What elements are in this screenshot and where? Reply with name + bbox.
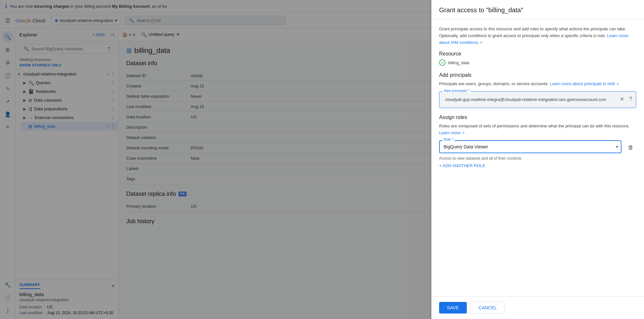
assign-roles-description: Roles are composed of sets of permission… <box>439 123 636 136</box>
principals-section: Add principals Principals are users, gro… <box>439 72 636 108</box>
new-principals-label: New principals * <box>443 89 471 93</box>
iam-conditions-link[interactable]: Learn more about IAM conditions ↗ <box>439 33 628 45</box>
dialog-body: Grant principals access to this resource… <box>431 19 644 296</box>
dialog-title: Grant access to "billing_data" <box>439 6 636 14</box>
dialog-footer: SAVE CANCEL <box>431 296 644 319</box>
role-select[interactable]: BigQuery Data Viewer BigQuery Admin BigQ… <box>439 140 621 153</box>
learn-more-roles-link[interactable]: Learn more ↗ <box>439 130 465 135</box>
external-link-icon2: ↗ <box>616 82 619 86</box>
external-link-icon3: ↗ <box>462 131 465 135</box>
role-label-float: Role * <box>442 137 455 141</box>
clear-principal-icon[interactable]: ✕ <box>619 95 625 104</box>
dialog-description: Grant principals access to this resource… <box>439 26 636 46</box>
resource-dataset-icon: ⊙ <box>439 59 446 66</box>
cancel-button[interactable]: CANCEL <box>471 302 505 314</box>
resource-section: Resource ⊙ billing_data <box>439 51 636 66</box>
principals-heading: Add principals <box>439 72 636 78</box>
principals-input-area: cloudyali-gcp-realtime-integra@cloudyali… <box>439 92 636 108</box>
save-button[interactable]: SAVE <box>439 302 467 314</box>
principals-iam-link[interactable]: Learn more about principals in IAM ↗ <box>550 81 619 86</box>
new-principals-field: New principals * cloudyali-gcp-realtime-… <box>439 91 636 108</box>
resource-heading: Resource <box>439 51 636 57</box>
add-another-role-button[interactable]: + ADD ANOTHER ROLE <box>439 161 636 171</box>
role-select-wrap: Role * BigQuery Data Viewer BigQuery Adm… <box>439 140 621 153</box>
role-row: Role * BigQuery Data Viewer BigQuery Adm… <box>439 140 636 154</box>
external-link-icon: ↗ <box>479 40 482 44</box>
grant-access-dialog: Grant access to "billing_data" Grant pri… <box>431 0 644 319</box>
assign-roles-heading: Assign roles <box>439 115 636 120</box>
delete-role-icon[interactable]: 🗑 <box>625 142 636 154</box>
principal-chip[interactable]: cloudyali-gcp-realtime-integra@cloudyali… <box>442 95 616 105</box>
role-hint: Access to view datasets and all of their… <box>439 156 636 161</box>
principals-description: Principals are users, groups, domains, o… <box>439 81 636 87</box>
resource-row: ⊙ billing_data <box>439 59 636 66</box>
assign-roles-section: Assign roles Roles are composed of sets … <box>439 115 636 171</box>
resource-name: billing_data <box>448 60 469 65</box>
principal-help-icon[interactable]: ? <box>628 95 633 103</box>
dialog-header: Grant access to "billing_data" <box>431 0 644 19</box>
